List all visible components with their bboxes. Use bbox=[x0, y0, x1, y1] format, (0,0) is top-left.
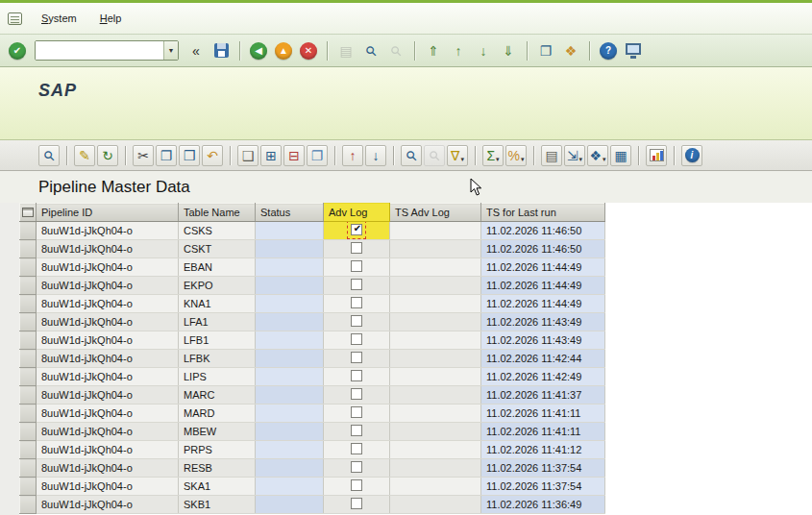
table-settings-button[interactable]: ▦ bbox=[610, 145, 631, 166]
cell-ts-last-run[interactable]: 11.02.2026 11:41:11 bbox=[481, 405, 605, 423]
cell-pipeline-id[interactable]: 8uuW1d-jJkQh04-o bbox=[37, 478, 179, 496]
cut-button[interactable]: ✂ bbox=[133, 145, 154, 166]
cell-table-name[interactable]: PRPS bbox=[179, 441, 256, 459]
find-button[interactable]: ⚲ bbox=[401, 145, 422, 166]
cell-pipeline-id[interactable]: 8uuW1d-jJkQh04-o bbox=[37, 405, 179, 423]
row-selector[interactable] bbox=[20, 313, 37, 331]
copy-button[interactable]: ❐ bbox=[156, 145, 177, 166]
column-header[interactable]: TS for Last run bbox=[481, 204, 605, 222]
cell-ts-last-run[interactable]: 11.02.2026 11:36:49 bbox=[481, 496, 605, 514]
cell-ts-adv-log[interactable] bbox=[390, 386, 481, 405]
cell-table-name[interactable]: SKB1 bbox=[179, 496, 256, 514]
sort-ascending-button[interactable]: ↑ bbox=[342, 145, 363, 166]
cell-status[interactable] bbox=[256, 277, 324, 295]
cell-pipeline-id[interactable]: 8uuW1d-jJkQh04-o bbox=[37, 459, 179, 478]
cell-status[interactable] bbox=[256, 258, 324, 277]
cell-table-name[interactable]: LFBK bbox=[179, 350, 256, 368]
row-selector[interactable] bbox=[20, 295, 37, 313]
cell-adv-log[interactable] bbox=[324, 258, 390, 277]
cell-ts-last-run[interactable]: 11.02.2026 11:42:44 bbox=[481, 350, 605, 368]
cell-status[interactable] bbox=[256, 441, 324, 459]
cell-status[interactable] bbox=[256, 405, 324, 423]
cell-pipeline-id[interactable]: 8uuW1d-jJkQh04-o bbox=[37, 277, 179, 295]
cell-pipeline-id[interactable]: 8uuW1d-jJkQh04-o bbox=[37, 240, 179, 258]
cell-adv-log[interactable] bbox=[324, 459, 390, 478]
last-page-button[interactable]: ⇓ bbox=[497, 39, 520, 62]
column-header[interactable]: TS Adv Log bbox=[390, 204, 481, 222]
cell-table-name[interactable]: LFA1 bbox=[179, 313, 256, 331]
column-header[interactable]: Table Name bbox=[179, 204, 256, 222]
adv-log-checkbox[interactable] bbox=[351, 260, 362, 272]
adv-log-checkbox[interactable] bbox=[351, 406, 362, 418]
cell-pipeline-id[interactable]: 8uuW1d-jJkQh04-o bbox=[37, 258, 179, 277]
cell-table-name[interactable]: RESB bbox=[179, 459, 256, 478]
row-selector[interactable] bbox=[20, 350, 37, 368]
column-header[interactable]: Pipeline ID bbox=[37, 204, 179, 222]
cell-adv-log[interactable] bbox=[324, 441, 390, 459]
cell-table-name[interactable]: CSKT bbox=[179, 240, 256, 258]
command-input[interactable] bbox=[36, 41, 163, 60]
print-button[interactable]: ▤ bbox=[541, 145, 562, 166]
subtotal-button[interactable]: %▾ bbox=[505, 145, 527, 166]
cell-ts-adv-log[interactable] bbox=[390, 295, 481, 313]
cell-ts-adv-log[interactable] bbox=[390, 258, 481, 277]
cell-adv-log[interactable] bbox=[324, 295, 390, 313]
duplicate-row-button[interactable]: ❐ bbox=[307, 145, 328, 166]
cell-ts-last-run[interactable]: 11.02.2026 11:43:49 bbox=[481, 331, 605, 350]
cell-ts-last-run[interactable]: 11.02.2026 11:44:49 bbox=[481, 258, 605, 277]
row-selector[interactable] bbox=[20, 368, 37, 386]
cell-status[interactable] bbox=[256, 295, 324, 313]
cell-ts-adv-log[interactable] bbox=[390, 277, 481, 295]
column-header[interactable]: Status bbox=[256, 204, 324, 222]
adv-log-checkbox[interactable] bbox=[351, 315, 362, 327]
cell-pipeline-id[interactable]: 8uuW1d-jJkQh04-o bbox=[37, 368, 179, 386]
cell-adv-log[interactable] bbox=[324, 478, 390, 496]
exit-button[interactable]: ▲ bbox=[272, 39, 295, 62]
cell-ts-last-run[interactable]: 11.02.2026 11:37:54 bbox=[481, 478, 605, 496]
cell-ts-last-run[interactable]: 11.02.2026 11:44:49 bbox=[481, 277, 605, 295]
collapse-command-button[interactable]: « bbox=[185, 39, 208, 62]
cell-ts-adv-log[interactable] bbox=[390, 240, 481, 258]
adv-log-checkbox[interactable] bbox=[351, 443, 362, 454]
cell-pipeline-id[interactable]: 8uuW1d-jJkQh04-o bbox=[37, 496, 179, 514]
cell-table-name[interactable]: CSKS bbox=[179, 222, 256, 240]
sum-button[interactable]: Σ▾ bbox=[482, 145, 504, 166]
cell-adv-log[interactable] bbox=[324, 496, 390, 514]
cell-ts-adv-log[interactable] bbox=[390, 405, 481, 423]
cell-adv-log[interactable] bbox=[324, 313, 390, 331]
adv-log-checkbox[interactable] bbox=[351, 352, 362, 363]
adv-log-checkbox[interactable] bbox=[351, 279, 362, 290]
cell-ts-last-run[interactable]: 11.02.2026 11:41:11 bbox=[481, 423, 605, 441]
find-next-button[interactable]: ⚲ bbox=[384, 39, 407, 62]
cell-ts-adv-log[interactable] bbox=[390, 313, 481, 331]
cell-ts-adv-log[interactable] bbox=[390, 222, 481, 240]
filter-button[interactable]: ∇▾ bbox=[447, 145, 468, 166]
cell-adv-log[interactable] bbox=[324, 368, 390, 386]
chart-button[interactable] bbox=[646, 145, 667, 166]
select-all-header[interactable] bbox=[20, 204, 37, 222]
sort-descending-button[interactable]: ↓ bbox=[365, 145, 386, 166]
command-dropdown-button[interactable]: ▼ bbox=[163, 41, 178, 60]
cell-adv-log[interactable] bbox=[324, 386, 390, 405]
cell-ts-adv-log[interactable] bbox=[390, 331, 481, 350]
cell-status[interactable] bbox=[256, 222, 324, 240]
cell-table-name[interactable]: EKPO bbox=[179, 277, 256, 295]
adv-log-checkbox[interactable] bbox=[351, 297, 362, 308]
cell-pipeline-id[interactable]: 8uuW1d-jJkQh04-o bbox=[37, 313, 179, 331]
adv-log-checkbox[interactable] bbox=[351, 461, 362, 473]
cell-pipeline-id[interactable]: 8uuW1d-jJkQh04-o bbox=[37, 331, 179, 350]
create-shortcut-button[interactable]: ❖ bbox=[559, 39, 582, 62]
row-selector[interactable] bbox=[20, 496, 37, 514]
cell-status[interactable] bbox=[256, 350, 324, 368]
cell-status[interactable] bbox=[256, 240, 324, 258]
cell-ts-last-run[interactable]: 11.02.2026 11:41:37 bbox=[481, 386, 605, 405]
cell-pipeline-id[interactable]: 8uuW1d-jJkQh04-o bbox=[37, 423, 179, 441]
cell-ts-last-run[interactable]: 11.02.2026 11:44:49 bbox=[481, 295, 605, 313]
cell-status[interactable] bbox=[256, 478, 324, 496]
command-field[interactable]: ▼ bbox=[35, 40, 179, 61]
row-selector[interactable] bbox=[20, 258, 37, 277]
refresh-button[interactable]: ↻ bbox=[97, 145, 118, 166]
menu-help[interactable]: Help bbox=[96, 11, 126, 26]
cell-ts-last-run[interactable]: 11.02.2026 11:37:54 bbox=[481, 459, 605, 478]
cell-adv-log[interactable] bbox=[324, 240, 390, 258]
